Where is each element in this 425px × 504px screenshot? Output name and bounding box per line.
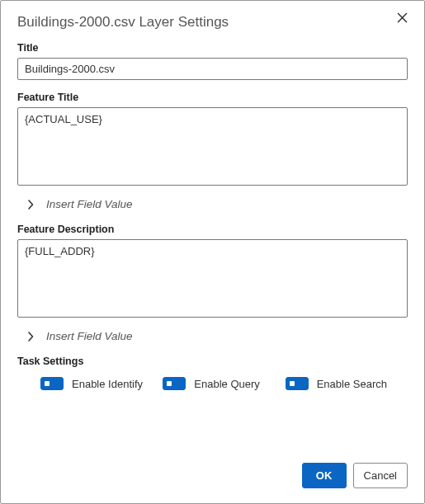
toggle-enable-identify: Enable Identify (40, 377, 163, 390)
insert-field-value-feature-title[interactable]: Insert Field Value (27, 198, 408, 210)
layer-settings-dialog: Buildings-2000.csv Layer Settings Title … (0, 0, 425, 504)
task-settings-group: Task Settings Enable Identify Enable Que… (17, 356, 408, 390)
dialog-title: Buildings-2000.csv Layer Settings (17, 14, 229, 31)
close-icon (397, 12, 408, 23)
toggle-switch-search[interactable] (286, 377, 309, 390)
insert-field-value-feature-description[interactable]: Insert Field Value (27, 330, 408, 342)
toggle-row: Enable Identify Enable Query Enable Sear… (17, 377, 408, 390)
ok-button[interactable]: OK (302, 463, 347, 488)
task-settings-label: Task Settings (17, 356, 408, 367)
toggle-enable-search: Enable Search (286, 377, 408, 390)
dialog-footer: OK Cancel (302, 463, 408, 488)
feature-description-group: Feature Description Insert Field Value (17, 224, 408, 342)
toggle-label: Enable Query (194, 378, 260, 390)
chevron-right-icon (27, 331, 35, 342)
feature-title-group: Feature Title Insert Field Value (17, 92, 408, 210)
title-label: Title (17, 42, 408, 54)
feature-title-textarea[interactable] (17, 107, 408, 186)
toggle-label: Enable Identify (72, 378, 143, 390)
dialog-header: Buildings-2000.csv Layer Settings (17, 11, 408, 31)
chevron-right-icon (27, 199, 35, 210)
title-input[interactable] (17, 58, 408, 80)
feature-description-textarea[interactable] (17, 239, 408, 318)
close-button[interactable] (392, 11, 408, 25)
toggle-label: Enable Search (317, 378, 387, 390)
insert-label: Insert Field Value (46, 198, 133, 210)
feature-title-label: Feature Title (17, 92, 408, 103)
feature-description-label: Feature Description (17, 224, 408, 235)
cancel-button[interactable]: Cancel (353, 463, 408, 488)
insert-label: Insert Field Value (46, 330, 133, 342)
title-group: Title (17, 42, 408, 80)
toggle-switch-query[interactable] (163, 377, 186, 390)
toggle-enable-query: Enable Query (163, 377, 285, 390)
toggle-switch-identify[interactable] (40, 377, 64, 390)
